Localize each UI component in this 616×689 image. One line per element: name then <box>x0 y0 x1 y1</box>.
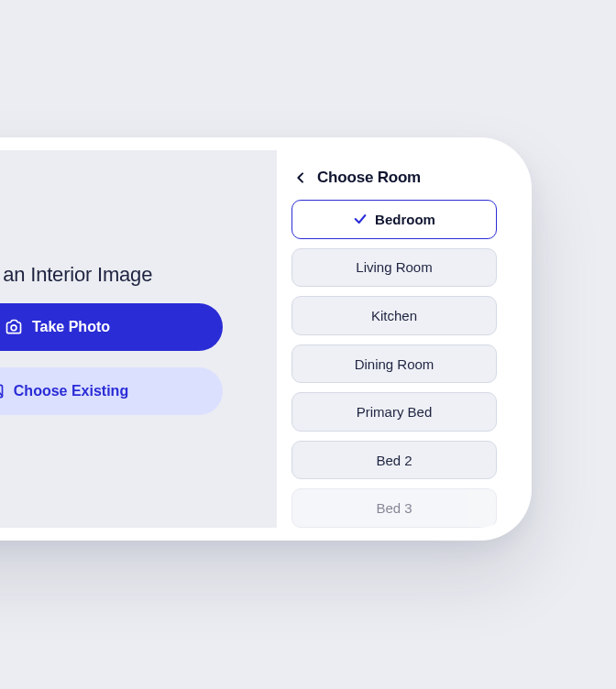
room-item-kitchen[interactable]: Kitchen <box>292 296 497 335</box>
take-photo-label: Take Photo <box>32 319 110 335</box>
svg-point-0 <box>11 325 16 331</box>
room-item-label: Bed 3 <box>376 500 412 516</box>
room-item-label: Bed 2 <box>376 453 412 468</box>
room-item-bedroom[interactable]: Bedroom <box>292 200 497 239</box>
photo-icon <box>0 382 5 400</box>
check-icon <box>353 212 368 226</box>
chevron-left-icon <box>293 170 308 185</box>
device-frame: Add an Interior Image Take Photo <box>0 137 532 541</box>
screen: Add an Interior Image Take Photo <box>0 150 519 528</box>
choose-existing-button[interactable]: Choose Existing <box>0 367 223 415</box>
right-title: Choose Room <box>317 169 421 187</box>
room-item-living-room[interactable]: Living Room <box>292 248 497 288</box>
room-item-label: Primary Bed <box>357 404 433 420</box>
room-item-bed-3[interactable]: Bed 3 <box>292 488 497 528</box>
room-item-primary-bed[interactable]: Primary Bed <box>292 392 497 432</box>
room-item-label: Dining Room <box>355 356 434 372</box>
left-title: Add an Interior Image <box>0 263 152 287</box>
left-pane: Add an Interior Image Take Photo <box>0 150 277 528</box>
room-item-dining-room[interactable]: Dining Room <box>292 344 497 384</box>
take-photo-button[interactable]: Take Photo <box>0 303 223 351</box>
room-item-bed-2[interactable]: Bed 2 <box>292 441 497 480</box>
right-header: Choose Room <box>292 169 497 187</box>
room-item-label: Living Room <box>356 259 432 275</box>
back-button[interactable] <box>293 170 308 185</box>
left-inner: Add an Interior Image Take Photo <box>0 263 223 415</box>
room-item-label: Kitchen <box>371 308 417 323</box>
camera-icon <box>5 318 23 336</box>
room-list: Bedroom Living Room Kitchen Dining Room … <box>292 200 497 528</box>
room-item-label: Bedroom <box>375 212 435 227</box>
right-pane: Choose Room Bedroom Living Room Kitchen <box>277 150 519 528</box>
choose-existing-label: Choose Existing <box>14 383 128 399</box>
